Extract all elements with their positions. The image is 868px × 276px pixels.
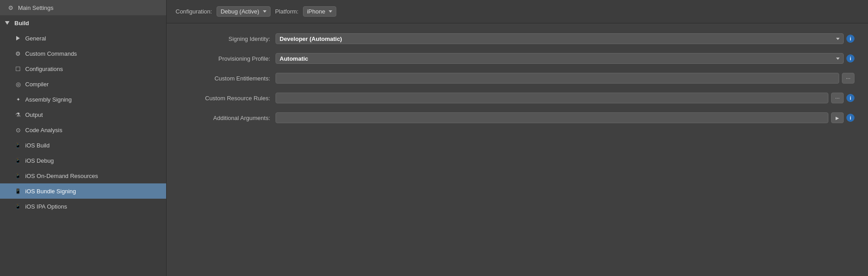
sidebar-item-compiler[interactable]: Compiler	[0, 76, 166, 92]
custom-resource-rules-controls: ··· i	[276, 93, 854, 103]
sidebar-item-ios-on-demand[interactable]: iOS On-Demand Resources	[0, 168, 166, 183]
custom-resource-rules-dots-button[interactable]: ···	[831, 93, 844, 103]
signing-identity-info-button[interactable]: i	[846, 35, 854, 43]
custom-resource-rules-info-button[interactable]: i	[846, 94, 854, 102]
signing-identity-value: Developer (Automatic)	[280, 36, 342, 42]
platform-label: Platform:	[275, 8, 298, 15]
sidebar-item-label: iOS Debug	[25, 157, 54, 164]
main-content: Configuration: Debug (Active) Platform: …	[167, 0, 868, 276]
sidebar-item-general[interactable]: General	[0, 31, 166, 46]
signing-identity-select[interactable]: Developer (Automatic)	[276, 33, 844, 44]
sidebar-item-label: iOS Bundle Signing	[25, 188, 76, 195]
custom-resource-rules-input[interactable]	[276, 93, 828, 103]
custom-entitlements-dots-button[interactable]: ···	[842, 73, 854, 84]
circle-dot-icon	[14, 126, 22, 134]
form-row-signing-identity: Signing Identity: Developer (Automatic) …	[180, 32, 854, 45]
signing-identity-label: Signing Identity:	[180, 36, 270, 42]
gear-icon	[14, 50, 22, 57]
custom-entitlements-input[interactable]	[276, 73, 839, 84]
sidebar-item-label: Configurations	[25, 66, 63, 72]
sidebar-item-label: Build	[14, 20, 29, 27]
sidebar-item-ios-bundle-signing[interactable]: iOS Bundle Signing	[0, 183, 166, 199]
form-area: Signing Identity: Developer (Automatic) …	[167, 23, 868, 276]
sidebar-item-output[interactable]: Output	[0, 107, 166, 122]
sidebar-item-label: Custom Commands	[25, 50, 77, 57]
platform-dropdown[interactable]: iPhone	[303, 6, 336, 17]
signing-identity-controls: Developer (Automatic) i	[276, 33, 854, 44]
configuration-dropdown[interactable]: Debug (Active)	[217, 6, 271, 17]
sidebar-item-code-analysis[interactable]: Code Analysis	[0, 122, 166, 138]
sidebar-item-main-settings[interactable]: Main Settings	[0, 0, 166, 15]
custom-resource-rules-label: Custom Resource Rules:	[180, 95, 270, 102]
sidebar-item-label: Compiler	[25, 81, 49, 88]
additional-arguments-input[interactable]	[276, 112, 828, 123]
sidebar-item-assembly-signing[interactable]: Assembly Signing	[0, 92, 166, 107]
sidebar-item-configurations[interactable]: Configurations	[0, 61, 166, 76]
additional-arguments-label: Additional Arguments:	[180, 115, 270, 121]
custom-entitlements-controls: ···	[276, 73, 854, 84]
additional-arguments-play-button[interactable]: ▶	[831, 112, 844, 123]
phone-icon	[14, 172, 22, 179]
chevron-down-icon	[263, 10, 267, 13]
sidebar-item-build[interactable]: Build	[0, 15, 166, 31]
sidebar-item-label: iOS On-Demand Resources	[25, 173, 98, 179]
chevron-down-icon	[836, 58, 840, 60]
sidebar-item-label: Code Analysis	[25, 127, 62, 134]
sidebar-item-label: Assembly Signing	[25, 96, 72, 103]
toolbar: Configuration: Debug (Active) Platform: …	[167, 0, 868, 23]
sidebar-item-custom-commands[interactable]: Custom Commands	[0, 46, 166, 61]
phone-icon	[14, 187, 22, 195]
chevron-down-icon	[836, 38, 840, 40]
sign-icon	[14, 96, 22, 103]
form-row-custom-entitlements: Custom Entitlements: ···	[180, 72, 854, 85]
sidebar-item-label: General	[25, 35, 46, 42]
phone-icon	[14, 157, 22, 164]
additional-arguments-info-button[interactable]: i	[846, 114, 854, 122]
provisioning-profile-info-button[interactable]: i	[846, 54, 854, 62]
sidebar-item-ios-build[interactable]: iOS Build	[0, 138, 166, 153]
custom-entitlements-label: Custom Entitlements:	[180, 75, 270, 82]
flask-icon	[14, 111, 22, 118]
chevron-down-icon	[329, 10, 332, 13]
platform-value: iPhone	[307, 8, 325, 15]
configuration-value: Debug (Active)	[221, 8, 259, 15]
cube-icon	[14, 65, 22, 72]
sidebar: Main Settings Build General Custom Comma…	[0, 0, 167, 276]
provisioning-profile-select[interactable]: Automatic	[276, 53, 844, 64]
sidebar-item-label: iOS IPA Options	[25, 203, 67, 210]
form-row-custom-resource-rules: Custom Resource Rules: ··· i	[180, 92, 854, 104]
provisioning-profile-controls: Automatic i	[276, 53, 854, 64]
provisioning-profile-value: Automatic	[280, 55, 308, 62]
form-row-additional-arguments: Additional Arguments: ▶ i	[180, 111, 854, 124]
sidebar-item-label: Main Settings	[18, 4, 54, 11]
provisioning-profile-label: Provisioning Profile:	[180, 55, 270, 62]
sidebar-item-label: Output	[25, 111, 43, 118]
gear-icon	[7, 4, 14, 11]
sidebar-item-ios-ipa-options[interactable]: iOS IPA Options	[0, 199, 166, 214]
sidebar-item-label: iOS Build	[25, 142, 50, 149]
target-icon	[14, 80, 22, 88]
arrow-right-icon	[14, 35, 22, 42]
arrow-down-icon	[4, 19, 11, 27]
sidebar-item-ios-debug[interactable]: iOS Debug	[0, 153, 166, 168]
phone-icon	[14, 203, 22, 210]
additional-arguments-controls: ▶ i	[276, 112, 854, 123]
form-row-provisioning-profile: Provisioning Profile: Automatic i	[180, 52, 854, 65]
configuration-label: Configuration:	[176, 8, 212, 15]
phone-icon	[14, 142, 22, 149]
